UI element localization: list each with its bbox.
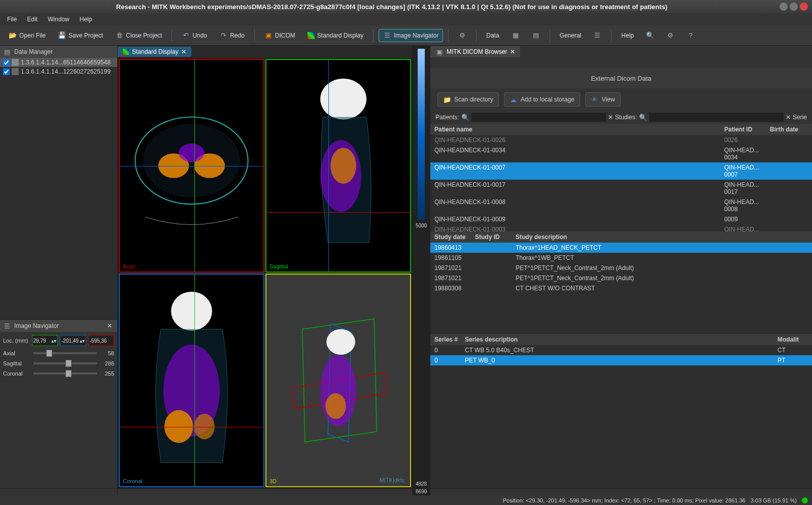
scrollbar[interactable] — [118, 488, 412, 495]
table-row[interactable]: QIN-HEADNECK-01-0017QIN-HEAD... 0017 — [430, 180, 812, 197]
gear-icon: ⚙ — [666, 31, 674, 40]
menu-edit[interactable]: Edit — [23, 14, 42, 24]
general-button[interactable]: General — [555, 29, 586, 42]
tab-dicom-browser[interactable]: ▣ MITK DICOM Browser ✕ — [430, 46, 520, 57]
tree-item[interactable]: 1.3.6.1.4.1.14...65114646659548 — [0, 58, 117, 67]
patient-table-head: Patient name Patient ID Birth date — [430, 124, 812, 135]
study-table-head: Study date Study ID Study description — [430, 231, 812, 243]
search-icon: 🔍 — [639, 113, 647, 121]
menu-file[interactable]: File — [3, 14, 21, 24]
panel-close-button[interactable]: ✕ — [105, 322, 114, 329]
help-button[interactable]: Help — [617, 29, 638, 42]
add-local-storage-button[interactable]: ☁Add to local storage — [504, 92, 580, 107]
list-icon: ☰ — [593, 31, 601, 40]
toolbar: 📂Open File 💾Save Project 🗑Close Project … — [0, 25, 812, 46]
loc-x-spinner[interactable]: 29,79▴▾ — [32, 335, 58, 346]
undo-button[interactable]: ↶Undo — [177, 29, 212, 42]
table-row[interactable]: 19871021PET^1PETCT_Neck_Contrast_2mm (Ad… — [430, 263, 812, 273]
table-row[interactable]: 19880308CT CHEST W/O CONTRAST — [430, 283, 812, 293]
tab-standard-display[interactable]: Standard Display ✕ — [118, 47, 191, 57]
volume-icon — [12, 59, 19, 66]
table-row[interactable]: QIN-HEADNECK-01-0007QIN-HEAD... 0007 — [430, 162, 812, 180]
redo-button[interactable]: ↷Redo — [215, 29, 249, 42]
save-icon: 💾 — [58, 31, 66, 40]
layout-icon: ▤ — [532, 31, 540, 40]
trash-icon: 🗑 — [115, 31, 123, 40]
coronal-viewport[interactable]: Coronal — [119, 274, 264, 487]
layout2-button[interactable]: ▤ — [527, 29, 545, 42]
layout1-button[interactable]: ▦ — [507, 29, 524, 42]
coronal-slider[interactable] — [33, 373, 97, 375]
scrollbar[interactable] — [0, 488, 117, 495]
close-icon[interactable]: ✕ — [510, 48, 515, 55]
position-status: Position: <29.30, -201.49, -596.34> mm; … — [503, 497, 746, 503]
menubar: File Edit Window Help — [0, 13, 812, 25]
view-button[interactable]: 👁View — [585, 92, 621, 107]
memory-status: 3.03 GB (15.91 %) — [751, 497, 797, 503]
menu-window[interactable]: Window — [44, 14, 74, 24]
maximize-button[interactable] — [790, 3, 798, 11]
sagittal-slider[interactable] — [33, 362, 97, 364]
image-navigator-button[interactable]: ☰Image Navigator — [379, 29, 443, 42]
axial-viewport[interactable]: Axial — [119, 59, 264, 273]
data-button[interactable]: Data — [482, 29, 503, 42]
loc-y-spinner[interactable]: -201,49▴▾ — [60, 335, 86, 346]
table-row[interactable]: QIN-HEADNECK-01-00090009 — [430, 214, 812, 224]
svg-point-4 — [179, 144, 205, 162]
svg-point-8 — [171, 292, 212, 331]
table-row[interactable]: 0CT WB 5.0 B40s_CHESTCT — [430, 345, 812, 355]
standard-display-button[interactable]: Standard Display — [303, 29, 368, 42]
eye-icon: 👁 — [591, 95, 599, 104]
menu-help[interactable]: Help — [76, 14, 96, 24]
search-icon: 🔍 — [461, 113, 469, 121]
series-table[interactable]: 0CT WB 5.0 B40s_CHESTCT0PET WB_0PT — [430, 345, 812, 488]
svg-point-7 — [330, 148, 356, 184]
data-tree[interactable]: 1.3.6.1.4.1.14...65114646659548 1.3.6.1.… — [0, 58, 117, 320]
3d-viewport[interactable]: 3D MITK|dkfz. — [265, 274, 411, 487]
about-button[interactable]: ? — [682, 29, 699, 42]
display-icon — [123, 49, 129, 55]
table-row[interactable]: 19861105Thorax^1WB_PETCT — [430, 253, 812, 263]
clear-icon[interactable]: ✕ — [608, 114, 613, 121]
scan-directory-button[interactable]: 📁Scan directory — [437, 92, 499, 107]
close-icon[interactable]: ✕ — [181, 48, 186, 55]
unknown-tool-button[interactable]: ⚙ — [454, 29, 471, 42]
open-file-button[interactable]: 📂Open File — [4, 29, 50, 42]
patients-filter-input[interactable] — [471, 113, 606, 122]
loc-z-spinner[interactable]: -595,36 — [88, 335, 115, 346]
center-panel: Standard Display ✕ Axial — [118, 46, 412, 495]
patient-table[interactable]: QIN-HEADNECK-01-00260026QIN-HEADNECK-01-… — [430, 135, 812, 231]
intensity-bar[interactable]: 5000 4828 8690 — [412, 46, 430, 495]
save-project-button[interactable]: 💾Save Project — [53, 29, 108, 42]
table-row[interactable]: QIN-HEADNECK-01-00260026 — [430, 135, 812, 145]
studies-filter-input[interactable] — [649, 113, 784, 122]
table-row[interactable]: 0PET WB_0PT — [430, 355, 812, 365]
svg-point-15 — [326, 329, 355, 355]
clear-icon[interactable]: ✕ — [786, 114, 791, 121]
table-row[interactable]: 19860413Thorax^1HEAD_NECK_PETCT — [430, 243, 812, 253]
minimize-button[interactable] — [780, 3, 788, 11]
visibility-checkbox[interactable] — [3, 59, 10, 66]
close-button[interactable] — [800, 3, 808, 11]
table-row[interactable]: QIN-HEADNECK-01-0008QIN-HEAD... 0008 — [430, 197, 812, 214]
axial-slider-row: Axial 58 — [3, 350, 114, 356]
dicom-button[interactable]: ▣DICOM — [260, 29, 300, 42]
table-row[interactable]: QIN-HEADNECK-01-0034QIN-HEAD... 0034 — [430, 145, 812, 162]
scrollbar[interactable] — [430, 488, 812, 495]
visibility-checkbox[interactable] — [3, 69, 10, 75]
axial-slider[interactable] — [33, 352, 97, 354]
close-project-button[interactable]: 🗑Close Project — [111, 29, 166, 42]
dicom-browser-panel: ▣ MITK DICOM Browser ✕ External Dicom Da… — [430, 46, 812, 495]
settings-button[interactable]: ⚙ — [662, 29, 679, 42]
tree-item[interactable]: 1.3.6.1.4.1.14...12260272625199 — [0, 67, 117, 76]
tab-bar: ▣ MITK DICOM Browser ✕ — [430, 46, 812, 58]
layout-icon: ▦ — [512, 31, 520, 40]
search-button[interactable]: 🔍 — [641, 29, 659, 42]
study-table[interactable]: 19860413Thorax^1HEAD_NECK_PETCT19861105T… — [430, 243, 812, 334]
sagittal-viewport[interactable]: Sagittal — [265, 59, 411, 273]
data-manager-header: ▤ Data Manager — [0, 46, 117, 58]
table-row[interactable]: 19871021PET^1PETCT_Neck_Contrast_2mm (Ad… — [430, 273, 812, 283]
list-button[interactable]: ☰ — [589, 29, 606, 42]
table-row[interactable]: QIN-HEADNECK-01-0003QIN-HEAD... — [430, 224, 812, 231]
tab-bar: Standard Display ✕ — [118, 46, 412, 58]
